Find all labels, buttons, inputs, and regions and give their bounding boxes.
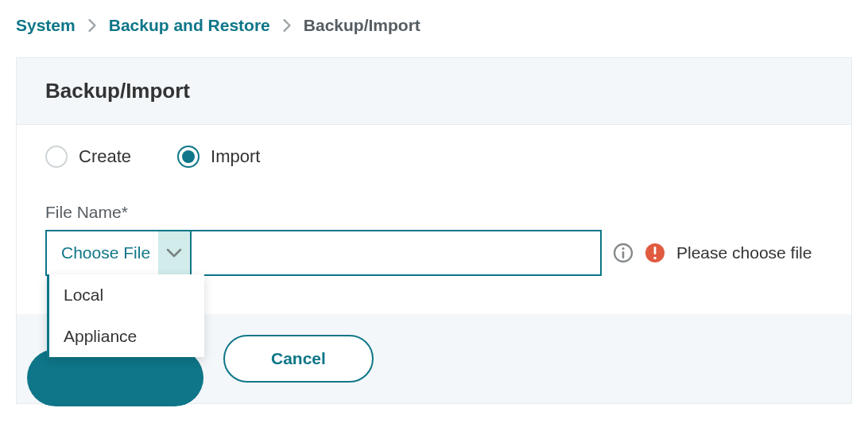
choose-file-button[interactable]: Choose File [47, 231, 192, 274]
svg-point-5 [653, 257, 656, 259]
file-row: Choose File [45, 230, 823, 276]
radio-create[interactable]: Create [45, 146, 131, 168]
svg-point-1 [622, 247, 624, 250]
breadcrumb-current: Backup/Import [304, 16, 420, 35]
backup-import-panel: Backup/Import Create Import File Name* C… [16, 57, 852, 404]
breadcrumb-backup-restore[interactable]: Backup and Restore [109, 16, 270, 35]
file-composite: Choose File [45, 230, 602, 276]
file-name-input[interactable] [192, 231, 600, 274]
radio-dot-icon [182, 150, 195, 163]
chevron-down-icon [158, 231, 190, 274]
svg-rect-4 [654, 247, 657, 254]
chevron-right-icon [88, 19, 96, 32]
radio-import[interactable]: Import [177, 146, 260, 168]
cancel-button[interactable]: Cancel [223, 335, 374, 383]
mode-radio-row: Create Import [45, 146, 823, 168]
svg-rect-2 [622, 251, 625, 258]
chevron-right-icon [283, 19, 291, 32]
info-icon[interactable] [613, 243, 634, 263]
choose-file-label: Choose File [61, 243, 158, 262]
breadcrumb: System Backup and Restore Backup/Import [16, 16, 852, 35]
error-message: Please choose file [676, 243, 812, 262]
error-icon [645, 243, 665, 263]
panel-header: Backup/Import [17, 58, 851, 125]
radio-icon [177, 146, 200, 168]
breadcrumb-system[interactable]: System [16, 16, 76, 35]
dropdown-item-appliance[interactable]: Appliance [49, 316, 204, 357]
radio-icon [45, 146, 68, 168]
choose-file-dropdown: Local Appliance [47, 274, 204, 357]
radio-create-label: Create [79, 146, 131, 167]
dropdown-item-local[interactable]: Local [49, 274, 204, 316]
radio-import-label: Import [211, 146, 260, 167]
primary-button-behind[interactable] [27, 349, 203, 406]
file-name-label: File Name* [45, 203, 823, 222]
page-title: Backup/Import [45, 79, 823, 103]
